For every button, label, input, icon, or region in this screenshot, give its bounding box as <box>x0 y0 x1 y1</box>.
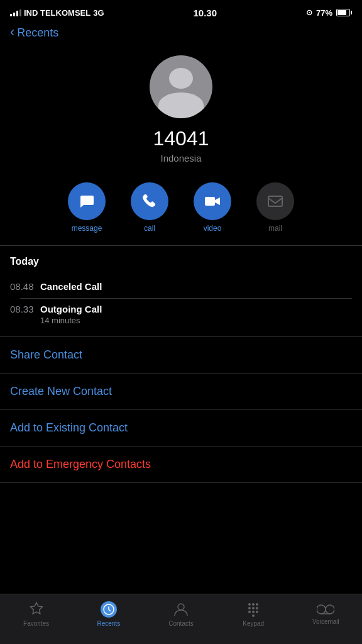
svg-point-11 <box>252 611 255 613</box>
svg-point-3 <box>178 604 184 610</box>
svg-point-4 <box>248 603 251 606</box>
call-icon <box>141 192 158 210</box>
share-contact-item[interactable]: Share Contact <box>0 337 362 374</box>
tab-contacts-label: Contacts <box>168 620 193 627</box>
signal-bars <box>10 9 21 16</box>
status-right: ⊙ 77% <box>306 8 352 18</box>
contact-location: Indonesia <box>160 153 201 164</box>
action-list: Share Contact Create New Contact Add to … <box>0 337 362 483</box>
mail-label: mail <box>268 224 282 233</box>
action-buttons: message call video mail <box>0 176 362 245</box>
svg-point-12 <box>256 611 258 613</box>
svg-point-13 <box>252 614 255 617</box>
carrier-label: IND TELKOMSEL <box>24 8 90 18</box>
recents-icon <box>101 601 117 618</box>
tab-favorites-label: Favorites <box>23 620 49 627</box>
contacts-icon <box>173 601 189 618</box>
call-circle <box>131 182 168 220</box>
action-message[interactable]: message <box>62 182 112 233</box>
call-info-0: Canceled Call <box>40 281 352 292</box>
keypad-icon <box>245 601 261 618</box>
call-log-title: Today <box>10 256 352 267</box>
tab-favorites[interactable]: Favorites <box>0 601 72 627</box>
avatar-body <box>158 92 204 118</box>
avatar-head <box>169 68 193 89</box>
tab-keypad-label: Keypad <box>243 620 264 627</box>
video-label: video <box>204 224 222 233</box>
call-label: call <box>144 224 155 233</box>
time-label: 10.30 <box>193 8 217 18</box>
svg-point-15 <box>326 605 334 614</box>
tab-bar: Favorites Recents Contacts <box>0 594 362 644</box>
add-existing-contact-item[interactable]: Add to Existing Contact <box>0 410 362 447</box>
svg-point-6 <box>256 603 258 606</box>
call-type-0: Canceled Call <box>40 281 352 292</box>
create-new-contact-item[interactable]: Create New Contact <box>0 374 362 410</box>
favorites-icon <box>28 601 45 618</box>
call-item-0: 08.48 Canceled Call <box>10 276 352 298</box>
message-circle <box>68 182 106 220</box>
mail-icon <box>266 192 284 210</box>
mail-circle <box>256 182 294 220</box>
call-time-0: 08.48 <box>10 281 40 292</box>
call-type-1: Outgoing Call <box>40 304 352 314</box>
svg-rect-0 <box>205 197 215 206</box>
contact-section: 14041 Indonesia <box>0 45 362 176</box>
tab-recents-label: Recents <box>97 620 120 627</box>
nav-bar: ‹ Recents <box>0 23 362 45</box>
network-label: 3G <box>93 8 104 18</box>
action-call[interactable]: call <box>124 182 175 233</box>
svg-point-10 <box>248 611 251 613</box>
add-emergency-contact-item[interactable]: Add to Emergency Contacts <box>0 447 362 483</box>
status-bar: IND TELKOMSEL 3G 10.30 ⊙ 77% <box>0 0 362 23</box>
contact-number: 14041 <box>153 127 209 150</box>
call-info-1: Outgoing Call 14 minutes <box>40 304 352 325</box>
svg-rect-1 <box>268 196 282 206</box>
svg-point-8 <box>252 607 255 609</box>
svg-point-7 <box>248 607 251 609</box>
status-left: IND TELKOMSEL 3G <box>10 8 104 18</box>
svg-point-5 <box>252 603 255 606</box>
tab-recents[interactable]: Recents <box>72 601 145 627</box>
back-button[interactable]: ‹ Recents <box>10 25 58 40</box>
battery-percentage: 77% <box>316 8 332 18</box>
svg-point-9 <box>256 607 258 609</box>
tab-voicemail[interactable]: Voicemail <box>290 603 362 625</box>
tab-keypad[interactable]: Keypad <box>217 601 290 627</box>
voicemail-icon <box>317 603 334 616</box>
avatar <box>150 55 212 118</box>
call-item-1: 08.33 Outgoing Call 14 minutes <box>10 299 352 331</box>
chevron-left-icon: ‹ <box>10 24 14 40</box>
tab-voicemail-label: Voicemail <box>312 618 339 625</box>
call-time-1: 08.33 <box>10 304 40 314</box>
message-icon <box>78 192 96 210</box>
call-log-section: Today 08.48 Canceled Call 08.33 Outgoing… <box>0 246 362 331</box>
back-label: Recents <box>17 26 58 40</box>
lock-rotation-icon: ⊙ <box>306 8 312 17</box>
video-icon <box>204 192 221 210</box>
battery-icon <box>336 9 352 16</box>
call-duration-1: 14 minutes <box>40 316 352 325</box>
clock-icon <box>103 604 114 615</box>
video-circle <box>194 182 231 220</box>
svg-point-14 <box>317 605 326 614</box>
action-video[interactable]: video <box>187 182 238 233</box>
action-mail[interactable]: mail <box>250 182 300 233</box>
message-label: message <box>72 224 102 233</box>
tab-contacts[interactable]: Contacts <box>145 601 217 627</box>
avatar-person <box>150 55 212 118</box>
